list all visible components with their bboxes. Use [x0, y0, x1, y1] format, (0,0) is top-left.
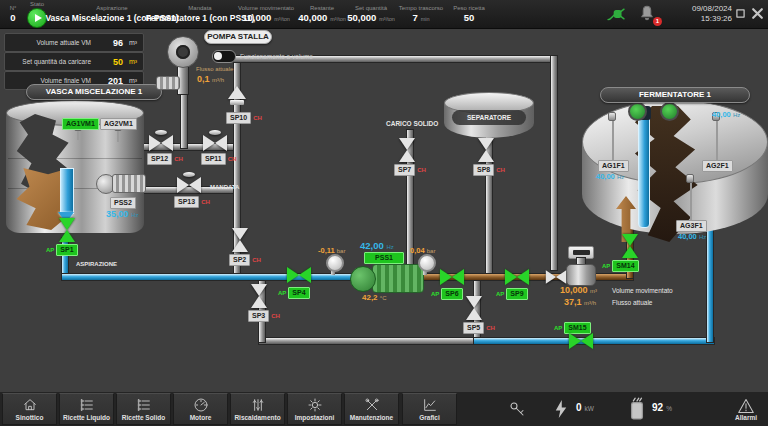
sliders-icon [250, 397, 266, 413]
valve-sp4[interactable] [287, 266, 311, 284]
agitator-ag2f1-frequency: 40,00 Hz [712, 110, 740, 119]
valve-sp6-tag: APSP6 [431, 288, 463, 300]
discharge-pressure-gauge [418, 254, 436, 272]
flowmeter-flow-label: Flusso attuale [612, 299, 652, 306]
valve-sp5[interactable] [465, 296, 483, 320]
funzionamento-volume-toggle[interactable] [212, 50, 236, 63]
pipe-bottom-blue [474, 338, 714, 344]
warning-triangle-icon [737, 398, 755, 414]
power-plug-icon [606, 6, 626, 22]
toolbar-button-sinottico[interactable]: Sinottico [2, 393, 57, 425]
tank-level-icon [628, 397, 646, 421]
flowmeter-volume: 10,000 m³ [560, 285, 597, 295]
tank-fill-percentage: 92% [652, 402, 672, 413]
valve-sp13-tag: SP13CH [174, 196, 210, 208]
valve-sp11[interactable] [203, 134, 227, 152]
valve-recirc-junction [546, 269, 566, 284]
volume-movimentato-column: Volume movimentato 10,000m³/ton [238, 0, 294, 28]
valve-sp8[interactable] [477, 138, 495, 162]
carico-solido-label: CARICO SOLIDO [386, 120, 438, 127]
valve-sp11-tag: SP11CH [201, 153, 236, 165]
fermenter-motor-2 [660, 102, 679, 121]
valve-sp5-tag: SP5CH [463, 322, 495, 334]
pipe-bottom-gray [259, 338, 478, 344]
aspirazione-pipe-label: ASPIRAZIONE [76, 261, 117, 267]
pompa-stalla-title: POMPA STALLA [204, 30, 272, 44]
valve-sp12-tag: SP12CH [147, 153, 183, 165]
key-icon[interactable] [508, 400, 526, 418]
separator-vessel: SEPARATORE [444, 92, 534, 142]
toolbar-button-impostazioni[interactable]: Impostazioni [287, 393, 342, 425]
power-bolt-icon [552, 397, 570, 421]
restante-column: Restante 40,000m³/ton [294, 0, 350, 28]
recipe-list-icon [79, 397, 95, 413]
separator-label: SEPARATORE [452, 110, 526, 125]
fermenter-title: FERMENTATORE 1 [600, 87, 750, 103]
toolbar-button-riscaldamento[interactable]: Riscaldamento [230, 393, 285, 425]
hmi-synoptic-screen: N° 0 Stato Aspirazione Vasca Miscelazion… [0, 0, 768, 426]
agitator-ag1f1-label[interactable]: AG1F1 [598, 160, 629, 172]
datetime: 09/08/2024 15:39:26 [686, 4, 732, 24]
agitator-ag1vm1-label[interactable]: AG1VM1 [62, 118, 99, 130]
fermenter-motor-1 [628, 102, 647, 121]
valve-sp1[interactable] [58, 218, 76, 242]
toolbar-button-grafici[interactable]: Grafici [402, 393, 457, 425]
pipe-aspirazione [62, 274, 362, 280]
peso-ricetta-column: Peso ricetta 50 [444, 0, 494, 28]
valve-sp7[interactable] [398, 138, 416, 162]
pump-pss2-frequency: 35,00 Hz [106, 209, 138, 219]
gauge-icon [193, 397, 209, 413]
suction-pressure-gauge [326, 254, 344, 272]
valve-sp6[interactable] [440, 268, 464, 286]
valve-sp10-tag: SP10CH [226, 112, 262, 124]
valve-sp13[interactable] [177, 176, 201, 194]
pump-pss1[interactable] [350, 262, 426, 294]
flowmeter-flow: 37,1 m³/h [564, 297, 596, 307]
toolbar-button-manutenzione[interactable]: Manutenzione [344, 393, 399, 425]
toolbar-button-ricette-solido[interactable]: Ricette Solido [116, 393, 171, 425]
valve-sp3[interactable] [250, 284, 268, 308]
agitator-ag1f1-frequency: 40,00 Hz [596, 172, 624, 181]
valve-sp8-tag: SP8CH [473, 164, 505, 176]
maximize-window-icon[interactable] [736, 9, 745, 18]
toolbar-button-ricette-liquido[interactable]: Ricette Liquido [59, 393, 114, 425]
valve-sp7-tag: SP7CH [394, 164, 426, 176]
tempo-trascorso-column: Tempo trascorso 7min [396, 0, 446, 28]
close-window-icon[interactable] [751, 7, 764, 20]
pump-pss2-label[interactable]: PSS2 [110, 197, 136, 209]
recipe-list-icon [136, 397, 152, 413]
pump-pss1-frequency: 42,00 Hz [360, 240, 394, 251]
agitator-ag3f1-label[interactable]: AG3F1 [676, 220, 707, 232]
fermenter-level-tube [638, 114, 650, 228]
alarm-count-badge: 1 [653, 17, 662, 26]
pompa-stalla-flow-label: Flusso attuale [196, 66, 233, 72]
mixing-tank-title: VASCA MISCELAZIONE 1 [26, 84, 162, 100]
toolbar-button-motore[interactable]: Motore [173, 393, 228, 425]
set-quantita-row[interactable]: Set quantità da caricare 50 m³ [4, 52, 144, 71]
set-quantita-column: Set quantità 50,000m³/ton [343, 0, 399, 28]
valve-sp1-tag: APSP1 [46, 244, 78, 256]
home-icon [22, 397, 38, 413]
alarm-bell-button[interactable]: 1 [638, 4, 658, 24]
agitator-ag2vm1-label[interactable]: AG2VM1 [100, 118, 137, 130]
power-consumption: 0kW [576, 402, 594, 413]
pompa-stalla-flow-value: 0,1 m³/h [197, 74, 224, 84]
bottom-toolbar: Sinottico Ricette Liquido Ricette Solido… [0, 392, 768, 426]
pompa-stalla-pump[interactable] [167, 36, 199, 68]
valve-sp3-tag: SP3CH [248, 310, 280, 322]
pipe-pompa-stalla-down [181, 92, 187, 148]
mandata-pipe-label: MANDATA [210, 184, 239, 190]
valve-sp10[interactable] [230, 100, 244, 105]
toolbar-button-allarmi[interactable]: Allarmi [724, 393, 768, 425]
toggle-label: Funzionamento a volume [240, 53, 313, 60]
valve-sm14-tag: APSM14 [602, 260, 639, 272]
valve-sm14[interactable] [621, 234, 639, 258]
valve-sp12[interactable] [149, 134, 173, 152]
flowmeter-volume-label: Volume movimentato [612, 287, 673, 294]
chart-icon [422, 397, 438, 413]
agitator-ag2f1-label[interactable]: AG2F1 [702, 160, 733, 172]
valve-sp2[interactable] [231, 228, 249, 252]
pump-pss1-temperature: 42,2 °C [362, 293, 387, 302]
valve-sp9[interactable] [505, 268, 529, 286]
valve-sm15[interactable] [569, 332, 593, 350]
